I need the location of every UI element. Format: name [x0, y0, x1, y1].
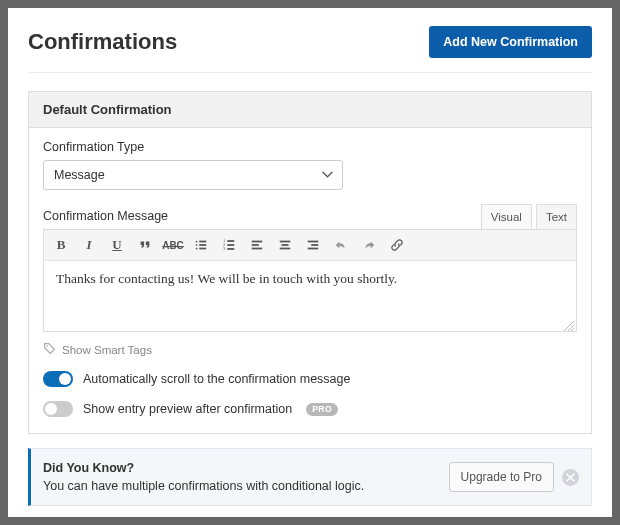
underline-button[interactable]: U — [106, 234, 128, 256]
editor-toolbar: B I U ABC 123 — [44, 230, 576, 261]
upgrade-callout: Did You Know? You can have multiple conf… — [28, 448, 592, 506]
autoscroll-toggle[interactable] — [43, 371, 73, 387]
svg-rect-7 — [227, 240, 234, 242]
svg-rect-16 — [282, 244, 289, 246]
resize-handle[interactable] — [564, 319, 574, 329]
upgrade-button[interactable]: Upgrade to Pro — [449, 462, 554, 492]
tag-icon — [43, 342, 56, 357]
panel-title: Default Confirmation — [29, 92, 591, 128]
svg-rect-13 — [252, 244, 259, 246]
tab-text[interactable]: Text — [536, 204, 577, 229]
confirmation-type-label: Confirmation Type — [43, 140, 577, 154]
confirmation-type-select-wrap: Message — [43, 160, 343, 190]
tab-visual[interactable]: Visual — [481, 204, 532, 229]
pro-badge: PRO — [306, 403, 338, 416]
svg-rect-5 — [199, 248, 206, 250]
page-container: Confirmations Add New Confirmation Defau… — [8, 8, 612, 517]
svg-rect-18 — [308, 241, 319, 243]
panel-body: Confirmation Type Message Confirmation M… — [29, 128, 591, 433]
callout-heading: Did You Know? — [43, 461, 134, 475]
entry-preview-toggle[interactable] — [43, 401, 73, 417]
confirmation-message-label: Confirmation Message — [43, 209, 168, 223]
callout-actions: Upgrade to Pro — [449, 462, 579, 492]
smart-tags-label: Show Smart Tags — [62, 344, 152, 356]
editor-content: Thanks for contacting us! We will be in … — [56, 271, 397, 286]
editor-textarea[interactable]: Thanks for contacting us! We will be in … — [44, 261, 576, 331]
page-header: Confirmations Add New Confirmation — [28, 26, 592, 73]
page-title: Confirmations — [28, 29, 177, 55]
svg-rect-3 — [199, 244, 206, 246]
svg-rect-12 — [252, 241, 263, 243]
show-smart-tags-link[interactable]: Show Smart Tags — [43, 342, 577, 357]
align-right-button[interactable] — [302, 234, 324, 256]
editor-tabs: Visual Text — [481, 204, 577, 229]
svg-rect-14 — [252, 248, 263, 250]
svg-point-0 — [196, 241, 198, 243]
confirmation-panel: Default Confirmation Confirmation Type M… — [28, 91, 592, 434]
editor-header: Confirmation Message Visual Text — [43, 204, 577, 229]
align-left-button[interactable] — [246, 234, 268, 256]
svg-rect-17 — [280, 248, 291, 250]
strikethrough-button[interactable]: ABC — [162, 234, 184, 256]
undo-button[interactable] — [330, 234, 352, 256]
align-center-button[interactable] — [274, 234, 296, 256]
blockquote-button[interactable] — [134, 234, 156, 256]
svg-rect-9 — [227, 244, 234, 246]
confirmation-type-select[interactable]: Message — [43, 160, 343, 190]
svg-point-2 — [196, 244, 198, 246]
bullet-list-button[interactable] — [190, 234, 212, 256]
svg-point-21 — [46, 345, 48, 347]
svg-rect-20 — [308, 248, 319, 250]
add-confirmation-button[interactable]: Add New Confirmation — [429, 26, 592, 58]
svg-rect-11 — [227, 248, 234, 250]
dismiss-callout-button[interactable] — [562, 469, 579, 486]
entry-preview-row: Show entry preview after confirmation PR… — [43, 401, 577, 417]
svg-rect-19 — [311, 244, 318, 246]
callout-body: You can have multiple confirmations with… — [43, 479, 364, 493]
italic-button[interactable]: I — [78, 234, 100, 256]
autoscroll-label: Automatically scroll to the confirmation… — [83, 372, 350, 386]
autoscroll-row: Automatically scroll to the confirmation… — [43, 371, 577, 387]
editor: B I U ABC 123 — [43, 229, 577, 332]
entry-preview-label: Show entry preview after confirmation — [83, 402, 292, 416]
svg-rect-15 — [280, 241, 291, 243]
svg-rect-1 — [199, 241, 206, 243]
bold-button[interactable]: B — [50, 234, 72, 256]
link-button[interactable] — [386, 234, 408, 256]
close-icon — [566, 468, 575, 486]
svg-text:3: 3 — [223, 246, 226, 251]
callout-text: Did You Know? You can have multiple conf… — [43, 459, 364, 495]
redo-button[interactable] — [358, 234, 380, 256]
svg-point-4 — [196, 248, 198, 250]
numbered-list-button[interactable]: 123 — [218, 234, 240, 256]
